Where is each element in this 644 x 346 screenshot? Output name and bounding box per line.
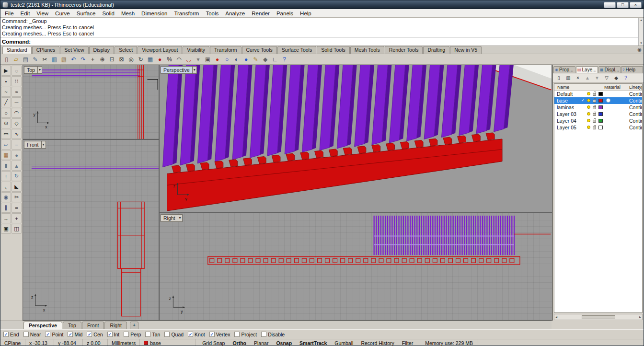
sidebar-tool-icon[interactable]: ╱ [1,97,11,107]
scroll-down-icon[interactable]: ▾ [640,41,642,45]
layer-visibility-bulb-icon[interactable] [587,92,590,95]
checkbox[interactable]: ✓ [3,332,9,337]
toolbar-icon[interactable]: ● [242,55,251,64]
toolbar-icon[interactable]: % [165,55,174,64]
layer-lock-icon[interactable] [593,113,596,116]
osnap-checkbox[interactable]: ✓ Vertex [209,332,230,337]
checkbox[interactable]: ✓ [188,332,193,337]
command-input[interactable]: Command: [0,37,638,46]
toolbar-icon[interactable]: ✂ [40,55,49,64]
toolbar-icon[interactable]: ● [155,55,164,64]
viewport-tab[interactable]: Top [63,322,81,329]
toolbar-icon[interactable]: ▦ [146,55,155,64]
toolbar-icon[interactable]: ▯ [2,55,11,64]
sidebar-tool-icon[interactable]: ≈ [12,87,22,97]
maximize-button[interactable]: □ [617,2,629,8]
layer-lock-icon[interactable] [593,106,596,109]
menu-item[interactable]: Panels [273,10,297,17]
osnap-checkbox[interactable]: ✓ Knot [188,332,205,337]
chevron-down-icon[interactable]: ▾ [193,66,197,74]
layer-toolbar-icon[interactable]: ? [622,74,630,82]
layer-material-icon[interactable] [606,98,610,103]
layer-row[interactable]: Layer 03 ✓ Continuous [554,111,642,117]
checkbox[interactable]: ✓ [23,332,29,337]
layer-row[interactable]: base ✓ Continuous [554,97,642,104]
checkbox[interactable]: ✓ [68,332,73,337]
scroll-up-icon[interactable]: ▴ [640,18,642,22]
toolbar-icon[interactable]: ✎ [251,55,260,64]
sidebar-tool-icon[interactable]: ∷ [12,76,22,86]
layer-color-swatch[interactable] [598,126,603,129]
toolbar-icon[interactable]: ▾ [194,55,203,64]
layer-color-swatch[interactable] [598,92,603,96]
sidebar-tool-icon[interactable]: = [12,203,22,213]
layer-visibility-bulb-icon[interactable] [587,126,590,129]
viewport-perspective-title[interactable]: Perspective ▾ [161,66,197,74]
layer-row[interactable]: Layer 04 ✓ Continuous [554,117,642,124]
toolbar-tab[interactable]: CPlanes [32,46,60,54]
sidebar-tool-icon[interactable]: ◠ [12,108,22,118]
status-toggle[interactable]: Osnap [276,340,292,346]
sidebar-tool-icon[interactable]: ◣ [12,182,22,192]
toolbar-icon[interactable]: ↻ [136,55,145,64]
layer-color-swatch[interactable] [598,105,603,109]
viewport-front[interactable]: zx Front ▾ [23,139,159,321]
layer-row[interactable]: Layer 05 ✓ Continuous [554,124,642,131]
menu-item[interactable]: Mesh [118,10,138,17]
minimize-button[interactable]: _ [604,2,616,8]
sidebar-tool-icon[interactable]: ∥ [1,203,11,213]
viewport-tab-grip-icon[interactable]: + [130,322,138,329]
menu-item[interactable]: Dimension [138,10,171,17]
toolbar-options-icon[interactable]: ◉ [637,47,642,345]
sidebar-tool-icon[interactable]: ○ [1,108,11,118]
panel-horizontal-scrollbar[interactable]: ◂ ▸ [554,314,643,320]
panel-tab[interactable]: ▤ Laye... [576,66,598,73]
toolbar-icon[interactable]: ▥ [50,55,59,64]
sidebar-tool-icon[interactable]: ◟ [1,182,11,192]
layer-name[interactable]: Layer 05 [557,125,576,130]
toolbar-tab[interactable]: Visibility [183,46,209,54]
menu-item[interactable]: View [33,10,52,17]
checkbox[interactable]: ✓ [145,332,150,337]
menu-item[interactable]: Analyze [222,10,248,17]
toolbar-icon[interactable]: ◆ [261,55,270,64]
checkbox[interactable]: ✓ [164,332,170,337]
layer-color-swatch[interactable] [598,119,603,123]
layer-toolbar-icon[interactable]: ▥ [564,74,572,82]
status-toggle[interactable]: Record History [361,340,394,346]
menu-item[interactable]: Render [248,10,273,17]
checkbox[interactable]: ✓ [234,332,240,337]
scrollbar-thumb[interactable] [582,315,615,319]
sidebar-tool-icon[interactable]: ▦ [1,150,11,160]
sidebar-tool-icon[interactable]: ≡ [12,139,22,150]
menu-item[interactable]: Curve [52,10,73,17]
osnap-checkbox[interactable]: ✓ Perp [124,332,141,337]
viewport-tab[interactable]: Front [82,322,104,329]
layer-name[interactable]: Default [557,91,573,97]
layer-row[interactable]: laminas ✓ Continuous [554,104,642,111]
checkbox[interactable]: ✓ [45,332,50,337]
close-button[interactable]: × [630,2,642,8]
layer-name[interactable]: laminas [557,104,574,110]
toolbar-tab[interactable]: Set View [60,46,88,54]
layer-lock-icon[interactable] [593,100,596,103]
toolbar-tab[interactable]: Viewport Layout [138,46,182,54]
osnap-checkbox[interactable]: ✓ Tan [145,332,160,337]
sidebar-tool-icon[interactable]: ✂ [12,192,22,202]
sidebar-tool-icon[interactable]: ▲ [12,161,22,171]
toolbar-icon[interactable]: ✎ [31,55,40,64]
viewport-top-title[interactable]: Top ▾ [24,66,42,74]
layer-toolbar-icon[interactable]: ◆ [612,74,620,82]
toolbar-icon[interactable]: ◐ [232,55,241,64]
toolbar-tab[interactable]: Curve Tools [242,46,277,54]
viewport-tab[interactable]: Right [104,322,127,329]
checkbox[interactable]: ✓ [124,332,129,337]
column-header-material[interactable]: Material [604,84,621,90]
viewport-right[interactable]: zy Right ▾ [159,213,552,321]
right-viewport-canvas[interactable]: zy [160,213,552,320]
status-toggle[interactable]: SmartTrack [299,340,327,346]
toolbar-icon[interactable]: ▱ [12,55,21,64]
osnap-checkbox[interactable]: ✓ Point [45,332,63,337]
toolbar-icon[interactable]: + [88,55,97,64]
layer-lock-icon[interactable] [593,120,596,123]
